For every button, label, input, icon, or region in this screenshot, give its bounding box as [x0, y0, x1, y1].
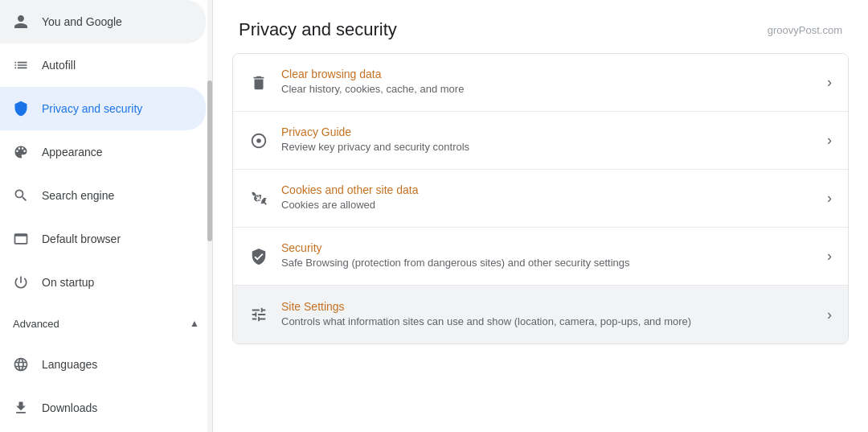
cookie-icon [249, 189, 268, 208]
advanced-chevron-icon: ▲ [190, 318, 199, 329]
sidebar-scrollbar-thumb[interactable] [207, 80, 212, 241]
sidebar-item-autofill[interactable]: Autofill [0, 43, 206, 87]
trash-icon [249, 73, 268, 93]
person-icon [13, 14, 29, 30]
svg-point-4 [257, 195, 259, 197]
settings-item-content-clear-browsing-data: Clear browsing data Clear history, cooki… [281, 68, 814, 97]
sidebar: You and Google Autofill Privacy and secu… [0, 0, 213, 432]
svg-point-3 [260, 197, 261, 199]
chevron-right-icon-security: › [827, 248, 832, 265]
sidebar-label-autofill: Autofill [42, 59, 193, 72]
settings-item-title-cookies: Cookies and other site data [281, 183, 814, 196]
settings-item-security[interactable]: Security Safe Browsing (protection from … [233, 228, 848, 286]
sidebar-item-on-startup[interactable]: On startup [0, 261, 206, 304]
sidebar-label-search-engine: Search engine [42, 189, 193, 202]
search-icon [13, 187, 29, 204]
sidebar-label-appearance: Appearance [42, 146, 193, 158]
sidebar-scrollbar[interactable] [207, 0, 212, 432]
settings-item-title-clear-browsing-data: Clear browsing data [281, 68, 814, 80]
shield-icon [13, 101, 29, 117]
sidebar-label-you-and-google: You and Google [42, 15, 193, 28]
sidebar-item-you-and-google[interactable]: You and Google [0, 0, 206, 43]
download-icon [13, 400, 29, 416]
settings-item-title-privacy-guide: Privacy Guide [281, 125, 814, 138]
sidebar-item-search-engine[interactable]: Search engine [0, 174, 206, 217]
settings-item-content-security: Security Safe Browsing (protection from … [281, 241, 814, 270]
settings-item-site-settings[interactable]: Site Settings Controls what information … [233, 286, 848, 344]
settings-item-desc-security: Safe Browsing (protection from dangerous… [281, 256, 814, 270]
power-icon [13, 274, 29, 290]
main-header: Privacy and security groovyPost.com [213, 0, 868, 53]
settings-item-desc-site-settings: Controls what information sites can use … [281, 315, 814, 329]
sidebar-item-languages[interactable]: Languages [0, 343, 206, 386]
svg-point-0 [256, 138, 261, 143]
svg-point-1 [256, 197, 257, 199]
settings-item-clear-browsing-data[interactable]: Clear browsing data Clear history, cooki… [233, 54, 848, 112]
chevron-right-icon-clear-browsing-data: › [827, 74, 832, 91]
settings-item-content-site-settings: Site Settings Controls what information … [281, 300, 814, 329]
circle-dot-icon [249, 131, 268, 150]
shield-check-icon [249, 247, 268, 266]
settings-item-title-site-settings: Site Settings [281, 300, 814, 313]
main-content: Privacy and security groovyPost.com Clea… [213, 0, 868, 432]
chevron-right-icon-cookies: › [827, 190, 832, 207]
sidebar-item-default-browser[interactable]: Default browser [0, 217, 206, 261]
sidebar-item-appearance[interactable]: Appearance [0, 130, 206, 174]
settings-list: Clear browsing data Clear history, cooki… [232, 53, 849, 344]
settings-item-desc-cookies: Cookies are allowed [281, 198, 814, 212]
palette-icon [13, 144, 29, 160]
sidebar-item-downloads[interactable]: Downloads [0, 386, 206, 430]
settings-item-desc-privacy-guide: Review key privacy and security controls [281, 140, 814, 154]
sidebar-label-privacy-and-security: Privacy and security [42, 102, 193, 115]
sidebar-label-languages: Languages [42, 358, 193, 371]
advanced-section-header[interactable]: Advanced ▲ [0, 304, 212, 343]
sliders-icon [249, 305, 268, 324]
settings-item-title-security: Security [281, 241, 814, 254]
list-icon [13, 57, 29, 73]
settings-item-desc-clear-browsing-data: Clear history, cookies, cache, and more [281, 82, 814, 97]
browser-icon [13, 231, 29, 247]
sidebar-item-privacy-and-security[interactable]: Privacy and security [0, 87, 206, 130]
chevron-right-icon-site-settings: › [827, 307, 832, 323]
settings-item-content-privacy-guide: Privacy Guide Review key privacy and sec… [281, 125, 814, 154]
sidebar-label-downloads: Downloads [42, 401, 193, 414]
settings-item-cookies[interactable]: Cookies and other site data Cookies are … [233, 170, 848, 228]
sidebar-label-on-startup: On startup [42, 276, 193, 289]
watermark: groovyPost.com [768, 24, 842, 36]
advanced-label: Advanced [13, 318, 59, 330]
globe-icon [13, 356, 29, 372]
svg-point-2 [258, 199, 260, 200]
settings-item-content-cookies: Cookies and other site data Cookies are … [281, 183, 814, 212]
sidebar-label-default-browser: Default browser [42, 232, 193, 245]
page-title: Privacy and security [239, 19, 397, 40]
settings-item-privacy-guide[interactable]: Privacy Guide Review key privacy and sec… [233, 112, 848, 170]
chevron-right-icon-privacy-guide: › [827, 132, 832, 149]
